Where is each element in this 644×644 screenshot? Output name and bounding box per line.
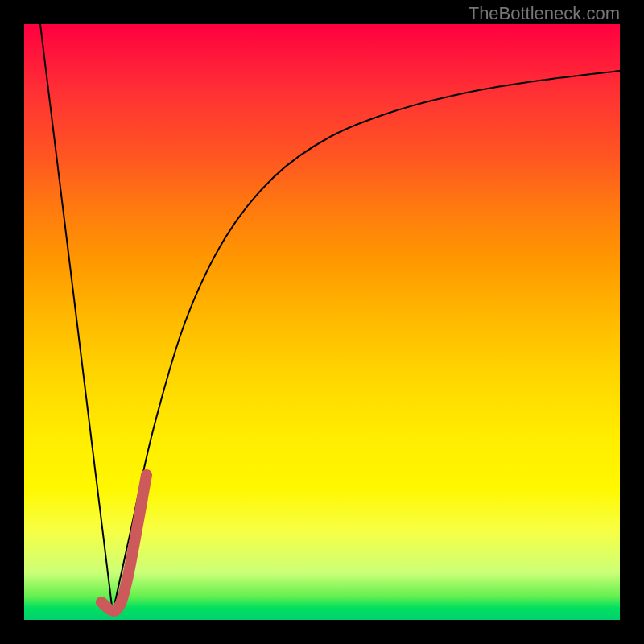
gradient-plot-area <box>24 24 620 620</box>
watermark-text: TheBottleneck.com <box>469 3 620 24</box>
chart-frame: TheBottleneck.com <box>0 0 644 644</box>
left-line <box>40 24 113 613</box>
marker-j <box>101 475 147 611</box>
curves-svg <box>24 24 620 620</box>
right-curve <box>113 71 620 613</box>
